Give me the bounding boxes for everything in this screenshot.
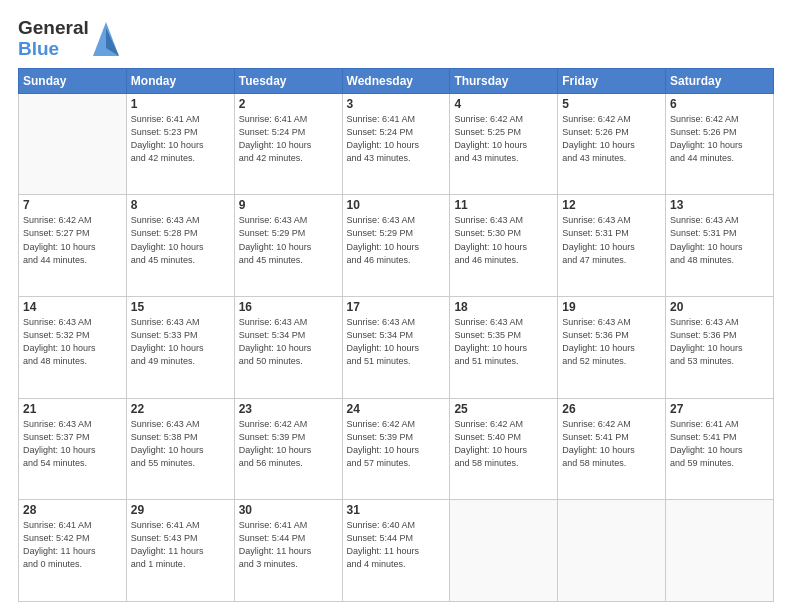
day-number: 21 [23,402,122,416]
day-info: Sunrise: 6:43 AMSunset: 5:35 PMDaylight:… [454,316,553,368]
day-info: Sunrise: 6:43 AMSunset: 5:31 PMDaylight:… [562,214,661,266]
col-header-friday: Friday [558,68,666,93]
day-number: 11 [454,198,553,212]
cell-week3-day7: 20Sunrise: 6:43 AMSunset: 5:36 PMDayligh… [666,297,774,399]
day-number: 4 [454,97,553,111]
cell-week5-day7 [666,500,774,602]
day-number: 27 [670,402,769,416]
cell-week1-day3: 2Sunrise: 6:41 AMSunset: 5:24 PMDaylight… [234,93,342,195]
col-header-saturday: Saturday [666,68,774,93]
day-number: 15 [131,300,230,314]
cell-week1-day2: 1Sunrise: 6:41 AMSunset: 5:23 PMDaylight… [126,93,234,195]
day-info: Sunrise: 6:43 AMSunset: 5:29 PMDaylight:… [239,214,338,266]
day-info: Sunrise: 6:42 AMSunset: 5:27 PMDaylight:… [23,214,122,266]
col-header-tuesday: Tuesday [234,68,342,93]
cell-week3-day6: 19Sunrise: 6:43 AMSunset: 5:36 PMDayligh… [558,297,666,399]
cell-week1-day5: 4Sunrise: 6:42 AMSunset: 5:25 PMDaylight… [450,93,558,195]
calendar-table: SundayMondayTuesdayWednesdayThursdayFrid… [18,68,774,602]
day-number: 23 [239,402,338,416]
day-info: Sunrise: 6:41 AMSunset: 5:41 PMDaylight:… [670,418,769,470]
day-info: Sunrise: 6:43 AMSunset: 5:36 PMDaylight:… [562,316,661,368]
day-info: Sunrise: 6:41 AMSunset: 5:42 PMDaylight:… [23,519,122,571]
cell-week5-day4: 31Sunrise: 6:40 AMSunset: 5:44 PMDayligh… [342,500,450,602]
cell-week1-day1 [19,93,127,195]
cell-week2-day5: 11Sunrise: 6:43 AMSunset: 5:30 PMDayligh… [450,195,558,297]
cell-week4-day2: 22Sunrise: 6:43 AMSunset: 5:38 PMDayligh… [126,398,234,500]
day-number: 9 [239,198,338,212]
day-number: 1 [131,97,230,111]
cell-week5-day3: 30Sunrise: 6:41 AMSunset: 5:44 PMDayligh… [234,500,342,602]
cell-week2-day6: 12Sunrise: 6:43 AMSunset: 5:31 PMDayligh… [558,195,666,297]
day-number: 2 [239,97,338,111]
cell-week4-day6: 26Sunrise: 6:42 AMSunset: 5:41 PMDayligh… [558,398,666,500]
cell-week1-day4: 3Sunrise: 6:41 AMSunset: 5:24 PMDaylight… [342,93,450,195]
cell-week5-day6 [558,500,666,602]
day-number: 18 [454,300,553,314]
cell-week2-day2: 8Sunrise: 6:43 AMSunset: 5:28 PMDaylight… [126,195,234,297]
day-info: Sunrise: 6:42 AMSunset: 5:41 PMDaylight:… [562,418,661,470]
cell-week4-day5: 25Sunrise: 6:42 AMSunset: 5:40 PMDayligh… [450,398,558,500]
cell-week2-day3: 9Sunrise: 6:43 AMSunset: 5:29 PMDaylight… [234,195,342,297]
day-info: Sunrise: 6:41 AMSunset: 5:44 PMDaylight:… [239,519,338,571]
day-info: Sunrise: 6:41 AMSunset: 5:23 PMDaylight:… [131,113,230,165]
day-number: 12 [562,198,661,212]
day-number: 8 [131,198,230,212]
day-info: Sunrise: 6:43 AMSunset: 5:30 PMDaylight:… [454,214,553,266]
cell-week3-day1: 14Sunrise: 6:43 AMSunset: 5:32 PMDayligh… [19,297,127,399]
cell-week4-day7: 27Sunrise: 6:41 AMSunset: 5:41 PMDayligh… [666,398,774,500]
day-number: 25 [454,402,553,416]
page: General Blue SundayMondayTuesdayWednesda… [0,0,792,612]
cell-week2-day7: 13Sunrise: 6:43 AMSunset: 5:31 PMDayligh… [666,195,774,297]
day-number: 22 [131,402,230,416]
cell-week3-day3: 16Sunrise: 6:43 AMSunset: 5:34 PMDayligh… [234,297,342,399]
day-info: Sunrise: 6:42 AMSunset: 5:39 PMDaylight:… [347,418,446,470]
day-number: 24 [347,402,446,416]
cell-week4-day1: 21Sunrise: 6:43 AMSunset: 5:37 PMDayligh… [19,398,127,500]
col-header-thursday: Thursday [450,68,558,93]
cell-week3-day4: 17Sunrise: 6:43 AMSunset: 5:34 PMDayligh… [342,297,450,399]
day-info: Sunrise: 6:43 AMSunset: 5:33 PMDaylight:… [131,316,230,368]
day-info: Sunrise: 6:42 AMSunset: 5:26 PMDaylight:… [562,113,661,165]
day-number: 31 [347,503,446,517]
cell-week5-day2: 29Sunrise: 6:41 AMSunset: 5:43 PMDayligh… [126,500,234,602]
day-info: Sunrise: 6:43 AMSunset: 5:36 PMDaylight:… [670,316,769,368]
day-number: 26 [562,402,661,416]
logo-general-label: General [18,18,89,39]
day-info: Sunrise: 6:43 AMSunset: 5:32 PMDaylight:… [23,316,122,368]
day-number: 16 [239,300,338,314]
cell-week3-day2: 15Sunrise: 6:43 AMSunset: 5:33 PMDayligh… [126,297,234,399]
day-info: Sunrise: 6:42 AMSunset: 5:26 PMDaylight:… [670,113,769,165]
day-number: 13 [670,198,769,212]
cell-week3-day5: 18Sunrise: 6:43 AMSunset: 5:35 PMDayligh… [450,297,558,399]
day-info: Sunrise: 6:42 AMSunset: 5:40 PMDaylight:… [454,418,553,470]
day-number: 17 [347,300,446,314]
logo-bird-icon [91,20,121,58]
col-header-monday: Monday [126,68,234,93]
day-number: 5 [562,97,661,111]
day-info: Sunrise: 6:43 AMSunset: 5:34 PMDaylight:… [239,316,338,368]
cell-week1-day6: 5Sunrise: 6:42 AMSunset: 5:26 PMDaylight… [558,93,666,195]
cell-week5-day5 [450,500,558,602]
col-header-sunday: Sunday [19,68,127,93]
day-number: 7 [23,198,122,212]
day-info: Sunrise: 6:43 AMSunset: 5:29 PMDaylight:… [347,214,446,266]
day-number: 28 [23,503,122,517]
cell-week4-day4: 24Sunrise: 6:42 AMSunset: 5:39 PMDayligh… [342,398,450,500]
day-info: Sunrise: 6:43 AMSunset: 5:28 PMDaylight:… [131,214,230,266]
day-number: 6 [670,97,769,111]
cell-week4-day3: 23Sunrise: 6:42 AMSunset: 5:39 PMDayligh… [234,398,342,500]
day-info: Sunrise: 6:43 AMSunset: 5:38 PMDaylight:… [131,418,230,470]
cell-week5-day1: 28Sunrise: 6:41 AMSunset: 5:42 PMDayligh… [19,500,127,602]
day-info: Sunrise: 6:41 AMSunset: 5:24 PMDaylight:… [239,113,338,165]
cell-week1-day7: 6Sunrise: 6:42 AMSunset: 5:26 PMDaylight… [666,93,774,195]
day-number: 3 [347,97,446,111]
col-header-wednesday: Wednesday [342,68,450,93]
day-info: Sunrise: 6:40 AMSunset: 5:44 PMDaylight:… [347,519,446,571]
day-number: 10 [347,198,446,212]
day-number: 14 [23,300,122,314]
day-info: Sunrise: 6:43 AMSunset: 5:34 PMDaylight:… [347,316,446,368]
header: General Blue [18,18,774,60]
day-info: Sunrise: 6:43 AMSunset: 5:31 PMDaylight:… [670,214,769,266]
day-info: Sunrise: 6:41 AMSunset: 5:24 PMDaylight:… [347,113,446,165]
logo-blue-label: Blue [18,39,89,60]
